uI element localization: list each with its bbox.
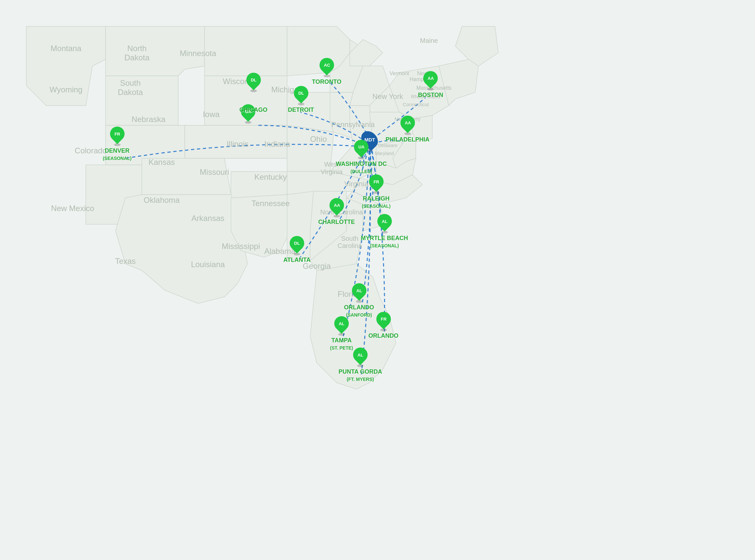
punta-gorda-name: PUNTA GORDA(FT. MYERS) xyxy=(338,368,382,383)
svg-text:Oklahoma: Oklahoma xyxy=(143,196,180,204)
svg-text:Montana: Montana xyxy=(51,44,81,53)
svg-text:Iowa: Iowa xyxy=(203,110,220,119)
svg-text:New York: New York xyxy=(372,92,404,101)
philadelphia-name: PHILADELPHIA xyxy=(385,136,429,143)
city-pin-raleigh[interactable]: FR RALEIGH(SEASONAL) xyxy=(362,173,390,209)
charlotte-name: CHARLOTTE xyxy=(318,219,355,226)
denver-name: DENVER(SEASONAL) xyxy=(103,147,131,162)
raleigh-name: RALEIGH(SEASONAL) xyxy=(362,195,390,209)
svg-text:Minnesota: Minnesota xyxy=(180,49,216,58)
punta-gorda-code: AL xyxy=(357,353,363,357)
svg-text:Nebraska: Nebraska xyxy=(132,115,166,124)
boston-code: AA xyxy=(428,76,434,80)
atlanta-code: DL xyxy=(294,241,299,245)
map-container: Montana North Dakota Minnesota South Dak… xyxy=(0,0,755,560)
svg-text:Dakota: Dakota xyxy=(118,88,143,97)
svg-text:Illinois: Illinois xyxy=(227,140,249,148)
city-pin-detroit[interactable]: DL DETROIT xyxy=(288,84,314,114)
svg-text:Carolina: Carolina xyxy=(337,242,362,249)
svg-text:Tennessee: Tennessee xyxy=(251,199,290,208)
city-pin-charlotte[interactable]: AA CHARLOTTE xyxy=(318,196,355,226)
chicago-name: CHICAGO xyxy=(239,106,268,114)
charlotte-code: AA xyxy=(334,203,340,207)
raleigh-code: FR xyxy=(373,179,379,184)
city-pin-washington-dc[interactable]: UA WASHINGTON DC(DULLES) xyxy=(336,138,387,175)
svg-text:South: South xyxy=(120,79,141,87)
svg-text:Colorado: Colorado xyxy=(75,146,107,155)
myrtle-beach-code: AL xyxy=(382,219,387,223)
detroit-name: DETROIT xyxy=(288,106,314,114)
svg-text:New Mexico: New Mexico xyxy=(51,204,94,213)
svg-marker-3 xyxy=(205,26,287,76)
city-pin-atlanta[interactable]: DL ATLANTA xyxy=(284,234,311,264)
city-pin-chicago-dl[interactable]: DL CHICAGO xyxy=(239,71,268,114)
svg-text:North: North xyxy=(128,44,147,53)
tampa-code: AL xyxy=(338,321,344,325)
svg-text:South: South xyxy=(341,235,359,242)
orlando-name: ORLANDO xyxy=(369,333,399,340)
svg-text:Ohio: Ohio xyxy=(310,135,327,143)
svg-text:Vermont: Vermont xyxy=(389,71,409,76)
atlanta-name: ATLANTA xyxy=(284,257,311,264)
city-pin-philadelphia[interactable]: AA PHILADELPHIA xyxy=(385,114,429,143)
svg-text:Wyoming: Wyoming xyxy=(50,85,82,94)
philadelphia-code: AA xyxy=(405,121,411,125)
svg-text:Arkansas: Arkansas xyxy=(191,214,225,223)
city-pin-myrtle-beach[interactable]: AL MYRTLE BEACH(SEASONAL) xyxy=(361,213,408,249)
svg-text:Connecticut: Connecticut xyxy=(403,102,429,107)
city-pin-boston[interactable]: AA BOSTON xyxy=(418,69,444,99)
svg-text:Dakota: Dakota xyxy=(124,53,150,62)
city-pin-orlando[interactable]: FR ORLANDO xyxy=(369,310,399,340)
boston-name: BOSTON xyxy=(418,92,444,99)
svg-text:Missouri: Missouri xyxy=(200,167,229,177)
toronto-name: TORONTO xyxy=(312,79,341,86)
myrtle-beach-name: MYRTLE BEACH(SEASONAL) xyxy=(361,235,408,249)
svg-text:Kentucky: Kentucky xyxy=(254,173,287,181)
orlando-sanford-code: AL xyxy=(356,288,362,293)
detroit-code: DL xyxy=(298,91,304,95)
svg-text:Mississippi: Mississippi xyxy=(222,242,260,251)
chicago-dl-code: DL xyxy=(250,78,256,82)
svg-text:Louisiana: Louisiana xyxy=(191,260,225,269)
svg-text:Kansas: Kansas xyxy=(149,158,175,166)
svg-text:Indiana: Indiana xyxy=(264,140,290,148)
svg-text:Maine: Maine xyxy=(420,37,438,44)
city-pin-toronto[interactable]: AC TORONTO xyxy=(312,56,341,86)
toronto-code: AC xyxy=(324,63,330,67)
city-pin-denver[interactable]: FR DENVER(SEASONAL) xyxy=(103,125,131,162)
svg-text:Pennsylvania: Pennsylvania xyxy=(332,120,375,128)
svg-text:Texas: Texas xyxy=(115,257,136,265)
denver-code: FR xyxy=(114,132,120,136)
washington-dc-code: UA xyxy=(359,145,365,149)
city-pin-punta-gorda[interactable]: AL PUNTA GORDA(FT. MYERS) xyxy=(338,346,382,383)
orlando-code: FR xyxy=(381,317,386,321)
